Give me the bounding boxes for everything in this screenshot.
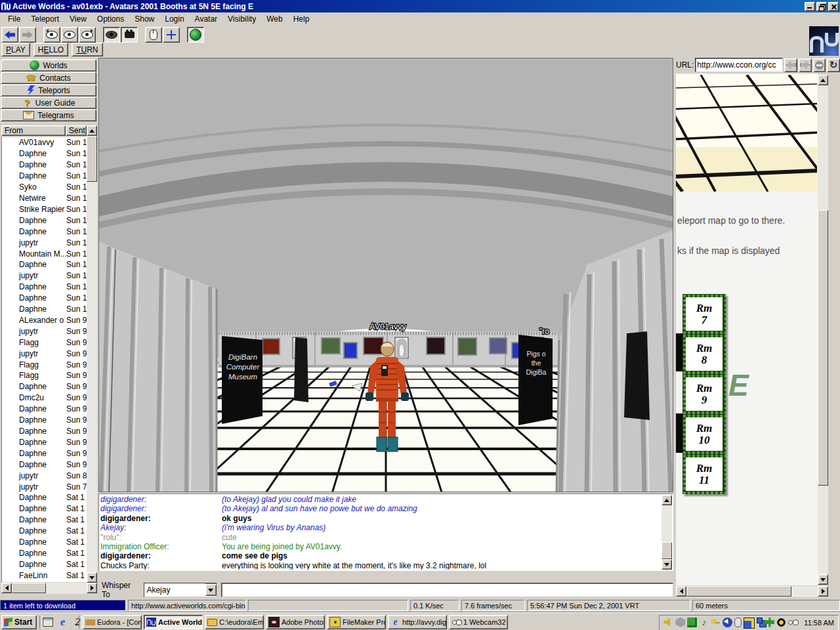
toolbar-button[interactable]	[103, 27, 120, 43]
tray-icon[interactable]	[765, 618, 774, 627]
telegram-row[interactable]: Daphne Sun 9	[2, 448, 87, 459]
scroll-left-icon[interactable]	[676, 586, 686, 597]
menu-item[interactable]: Options	[92, 14, 129, 24]
scrollbar-thumb[interactable]	[12, 583, 46, 593]
scroll-down-icon[interactable]	[662, 559, 672, 570]
tray-icon[interactable]	[723, 618, 732, 627]
telegram-row[interactable]: jupytr Sun 9	[2, 326, 87, 337]
menu-item[interactable]: View	[64, 14, 92, 24]
scrollbar-thumb[interactable]	[818, 210, 828, 486]
telegram-row[interactable]: Daphne Sun 9	[2, 415, 87, 426]
tray-icon[interactable]	[663, 618, 673, 627]
sidebar-tab[interactable]: Teleports	[1, 84, 96, 96]
scroll-left-icon[interactable]	[1, 583, 12, 593]
telegram-list[interactable]: AV01avvy Sun 1 Daphne Sun 1 Daphne Sun 1…	[1, 137, 87, 582]
telegram-row[interactable]: jupytr Sun 8	[2, 470, 87, 481]
scrollbar-thumb[interactable]	[87, 136, 97, 182]
start-button[interactable]: Start	[1, 615, 37, 629]
telegram-scrollbar-vertical[interactable]	[87, 125, 97, 583]
telegram-row[interactable]: Dmc2u Sun 9	[2, 392, 87, 404]
telegram-row[interactable]: Daphne Sun 1	[2, 259, 87, 270]
telegram-row[interactable]: Daphne Sat 1	[2, 503, 87, 514]
telegram-row[interactable]: Daphne Sat 1	[2, 514, 87, 526]
browser-scrollbar-horizontal[interactable]	[676, 586, 828, 597]
column-header-sent[interactable]: Sent	[66, 125, 87, 136]
teleport-room-link[interactable]: Rm 9	[682, 374, 726, 414]
gesture-button[interactable]: HELLO	[33, 43, 68, 56]
sidebar-tab[interactable]: Contacts	[1, 72, 96, 84]
teleport-room-link[interactable]: Rm 10	[682, 414, 726, 454]
menu-item[interactable]: File	[3, 14, 26, 24]
task-button[interactable]: FileMaker Pro - [...	[327, 615, 386, 629]
scroll-up-icon[interactable]	[87, 125, 97, 136]
telegram-row[interactable]: Flagg Sun 9	[2, 337, 87, 348]
browser-scrollbar-vertical[interactable]	[818, 75, 828, 585]
task-button[interactable]: Active Worlds ...	[144, 615, 203, 629]
telegram-row[interactable]: jupytr Sun 9	[2, 348, 87, 359]
whisper-target-value[interactable]: Akejay	[144, 583, 205, 597]
toolbar-button[interactable]	[79, 27, 96, 43]
sidebar-tab[interactable]: User Guide	[1, 96, 96, 109]
telegram-row[interactable]: Daphne Sun 1	[2, 159, 87, 171]
browser-back-button[interactable]	[784, 58, 797, 72]
show-desktop-icon[interactable]	[42, 616, 53, 627]
telegram-row[interactable]: jupytr Sun 7	[2, 481, 87, 492]
chevron-down-icon[interactable]	[205, 584, 217, 596]
task-button[interactable]: Eudora - [Conso...	[83, 615, 142, 629]
telegram-row[interactable]: Netwire Sun 1	[2, 193, 87, 204]
teleport-room-link[interactable]: Rm 7	[682, 294, 726, 334]
sidebar-tab[interactable]: Worlds	[1, 59, 96, 72]
menu-item[interactable]: Web	[261, 14, 287, 24]
telegram-row[interactable]: Daphne Sat 1	[2, 526, 87, 537]
scroll-right-icon[interactable]	[87, 583, 97, 593]
telegram-row[interactable]: Daphne Sun 1	[2, 226, 87, 237]
telegram-row[interactable]: Mountain M... Sun 1	[2, 248, 87, 259]
telegram-row[interactable]: Strike Rapier Sun 1	[2, 203, 87, 215]
menu-item[interactable]: Login	[159, 14, 189, 24]
toolbar-button[interactable]	[145, 27, 162, 43]
scroll-right-icon[interactable]	[818, 586, 828, 597]
scroll-up-icon[interactable]	[662, 495, 672, 505]
task-button[interactable]: 1 Webcam32	[449, 615, 508, 629]
chat-input[interactable]	[221, 583, 673, 597]
telegram-row[interactable]: jupytr Sun 1	[2, 237, 87, 248]
menu-item[interactable]: Teleport	[26, 14, 64, 24]
telegram-row[interactable]: ALexander o Sun 9	[2, 315, 87, 326]
browser-stop-button[interactable]	[813, 58, 826, 72]
task-button[interactable]: http://avvy.digi...	[388, 615, 447, 629]
tray-icon[interactable]	[699, 618, 709, 627]
close-button[interactable]	[828, 2, 839, 11]
menu-item[interactable]: Avatar	[190, 14, 222, 24]
minimize-button[interactable]	[805, 2, 815, 11]
toolbar-button[interactable]	[61, 27, 78, 43]
telegram-row[interactable]: Flagg Sun 9	[2, 370, 87, 381]
telegram-row[interactable]: Daphne Sun 1	[2, 148, 87, 159]
telegram-row[interactable]: Daphne Sun 9	[2, 381, 87, 392]
telegram-row[interactable]: Syko Sun 1	[2, 182, 87, 193]
telegram-row[interactable]: Daphne Sun 1	[2, 282, 87, 293]
tray-icon[interactable]	[776, 618, 786, 627]
tray-icon[interactable]	[744, 618, 755, 629]
3d-world-viewport[interactable]: DigiBarn Computer Museum Pigs o the Digi…	[98, 58, 673, 492]
telegram-row[interactable]: Daphne Sun 9	[2, 426, 87, 437]
sidebar-tab[interactable]: Telegrams	[1, 109, 96, 121]
task-button[interactable]: C:\eudora\Emb...	[205, 615, 264, 629]
toolbar-button[interactable]	[163, 27, 180, 43]
toolbar-button[interactable]	[19, 27, 36, 43]
telegram-row[interactable]: Daphne Sat 1	[2, 548, 87, 559]
menu-item[interactable]: Visibility	[222, 14, 261, 24]
browser-page[interactable]: eleport map to go to there. ks if the ma…	[676, 74, 818, 585]
chat-scrollbar[interactable]	[662, 495, 672, 570]
chat-messages[interactable]: digigardener: (to Akejay) glad you could…	[100, 495, 661, 570]
gesture-button[interactable]: TURN	[72, 43, 102, 56]
teleport-room-link[interactable]: Rm 11	[682, 454, 726, 494]
toolbar-button[interactable]	[187, 27, 204, 43]
browser-forward-button[interactable]	[799, 58, 812, 72]
task-button[interactable]: Adobe Photoshop	[266, 615, 325, 629]
tray-icon[interactable]	[788, 618, 798, 627]
menu-item[interactable]: Show	[129, 14, 159, 24]
toolbar-button[interactable]	[43, 27, 60, 43]
telegram-row[interactable]: Daphne Sun 1	[2, 215, 87, 226]
browser-refresh-button[interactable]	[827, 58, 840, 72]
tray-icon[interactable]	[675, 618, 685, 627]
